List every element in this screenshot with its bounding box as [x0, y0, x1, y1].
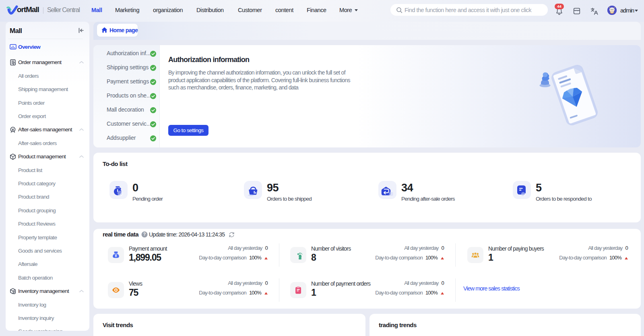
- svg-text:?: ?: [143, 232, 146, 236]
